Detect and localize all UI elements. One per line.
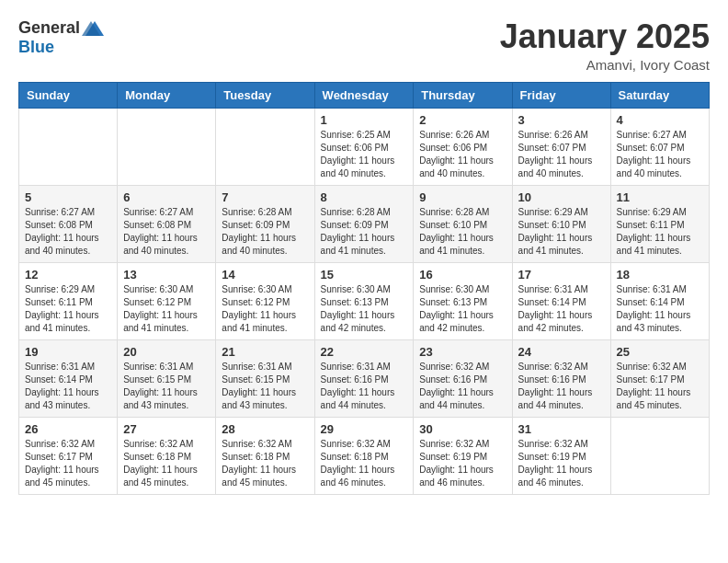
calendar-cell: 29Sunrise: 6:32 AM Sunset: 6:18 PM Dayli…	[314, 417, 414, 494]
calendar-cell	[216, 108, 314, 185]
calendar-cell	[118, 108, 216, 185]
calendar-cell: 13Sunrise: 6:30 AM Sunset: 6:12 PM Dayli…	[118, 262, 216, 339]
day-info: Sunrise: 6:25 AM Sunset: 6:06 PM Dayligh…	[321, 129, 408, 180]
calendar-header-row: SundayMondayTuesdayWednesdayThursdayFrid…	[19, 82, 710, 108]
calendar-week-row: 19Sunrise: 6:31 AM Sunset: 6:14 PM Dayli…	[19, 339, 710, 417]
calendar-table: SundayMondayTuesdayWednesdayThursdayFrid…	[18, 82, 710, 495]
day-number: 27	[123, 422, 210, 436]
calendar-cell: 27Sunrise: 6:32 AM Sunset: 6:18 PM Dayli…	[118, 417, 216, 494]
calendar-cell: 16Sunrise: 6:30 AM Sunset: 6:13 PM Dayli…	[414, 262, 512, 339]
day-number: 15	[321, 268, 408, 282]
day-info: Sunrise: 6:32 AM Sunset: 6:16 PM Dayligh…	[419, 361, 506, 412]
calendar-cell: 25Sunrise: 6:32 AM Sunset: 6:17 PM Dayli…	[610, 339, 709, 417]
title-section: January 2025 Amanvi, Ivory Coast	[500, 18, 710, 73]
calendar-cell: 3Sunrise: 6:26 AM Sunset: 6:07 PM Daylig…	[512, 108, 610, 185]
calendar-week-row: 1Sunrise: 6:25 AM Sunset: 6:06 PM Daylig…	[19, 108, 710, 185]
day-number: 10	[518, 190, 605, 204]
calendar-cell: 8Sunrise: 6:28 AM Sunset: 6:09 PM Daylig…	[314, 185, 414, 262]
day-info: Sunrise: 6:27 AM Sunset: 6:08 PM Dayligh…	[25, 206, 111, 258]
day-number: 9	[419, 190, 506, 204]
day-number: 19	[25, 345, 111, 359]
day-info: Sunrise: 6:28 AM Sunset: 6:09 PM Dayligh…	[222, 206, 308, 258]
calendar-week-row: 12Sunrise: 6:29 AM Sunset: 6:11 PM Dayli…	[19, 262, 710, 339]
calendar-cell	[19, 108, 118, 185]
calendar-cell: 15Sunrise: 6:30 AM Sunset: 6:13 PM Dayli…	[314, 262, 414, 339]
day-info: Sunrise: 6:32 AM Sunset: 6:19 PM Dayligh…	[518, 438, 605, 489]
calendar-week-row: 5Sunrise: 6:27 AM Sunset: 6:08 PM Daylig…	[19, 185, 710, 262]
weekday-header-friday: Friday	[512, 82, 610, 108]
calendar-cell: 28Sunrise: 6:32 AM Sunset: 6:18 PM Dayli…	[216, 417, 314, 494]
day-info: Sunrise: 6:28 AM Sunset: 6:09 PM Dayligh…	[321, 206, 408, 258]
day-info: Sunrise: 6:26 AM Sunset: 6:06 PM Dayligh…	[419, 129, 506, 180]
day-number: 20	[123, 345, 210, 359]
calendar-cell: 2Sunrise: 6:26 AM Sunset: 6:06 PM Daylig…	[414, 108, 512, 185]
page-header: General Blue January 2025 Amanvi, Ivory …	[18, 18, 710, 73]
day-info: Sunrise: 6:32 AM Sunset: 6:18 PM Dayligh…	[123, 438, 210, 489]
day-number: 3	[518, 113, 605, 127]
calendar-cell: 23Sunrise: 6:32 AM Sunset: 6:16 PM Dayli…	[414, 339, 512, 417]
calendar-cell: 30Sunrise: 6:32 AM Sunset: 6:19 PM Dayli…	[414, 417, 512, 494]
calendar-cell: 18Sunrise: 6:31 AM Sunset: 6:14 PM Dayli…	[610, 262, 709, 339]
calendar-cell: 10Sunrise: 6:29 AM Sunset: 6:10 PM Dayli…	[512, 185, 610, 262]
day-info: Sunrise: 6:32 AM Sunset: 6:18 PM Dayligh…	[321, 438, 408, 489]
calendar-cell: 7Sunrise: 6:28 AM Sunset: 6:09 PM Daylig…	[216, 185, 314, 262]
calendar-cell: 22Sunrise: 6:31 AM Sunset: 6:16 PM Dayli…	[314, 339, 414, 417]
day-number: 6	[123, 190, 210, 204]
day-number: 28	[222, 422, 308, 436]
day-info: Sunrise: 6:31 AM Sunset: 6:15 PM Dayligh…	[123, 361, 210, 412]
day-number: 16	[419, 268, 506, 282]
calendar-cell: 6Sunrise: 6:27 AM Sunset: 6:08 PM Daylig…	[118, 185, 216, 262]
calendar-cell: 5Sunrise: 6:27 AM Sunset: 6:08 PM Daylig…	[19, 185, 118, 262]
day-number: 14	[222, 268, 308, 282]
day-number: 22	[321, 345, 408, 359]
calendar-cell	[610, 417, 709, 494]
day-info: Sunrise: 6:31 AM Sunset: 6:14 PM Dayligh…	[25, 361, 111, 412]
logo-general-text: General	[18, 18, 80, 38]
calendar-week-row: 26Sunrise: 6:32 AM Sunset: 6:17 PM Dayli…	[19, 417, 710, 494]
day-number: 2	[419, 113, 506, 127]
day-info: Sunrise: 6:29 AM Sunset: 6:11 PM Dayligh…	[617, 206, 703, 258]
location-subtitle: Amanvi, Ivory Coast	[500, 57, 710, 73]
day-info: Sunrise: 6:32 AM Sunset: 6:17 PM Dayligh…	[617, 361, 703, 412]
calendar-cell: 19Sunrise: 6:31 AM Sunset: 6:14 PM Dayli…	[19, 339, 118, 417]
day-info: Sunrise: 6:31 AM Sunset: 6:14 PM Dayligh…	[617, 283, 703, 335]
calendar-cell: 9Sunrise: 6:28 AM Sunset: 6:10 PM Daylig…	[414, 185, 512, 262]
calendar-cell: 20Sunrise: 6:31 AM Sunset: 6:15 PM Dayli…	[118, 339, 216, 417]
day-info: Sunrise: 6:31 AM Sunset: 6:14 PM Dayligh…	[518, 283, 605, 335]
day-number: 26	[25, 422, 111, 436]
month-year-title: January 2025	[500, 18, 710, 55]
day-info: Sunrise: 6:32 AM Sunset: 6:17 PM Dayligh…	[25, 438, 111, 489]
day-number: 17	[518, 268, 605, 282]
day-number: 12	[25, 268, 111, 282]
day-info: Sunrise: 6:29 AM Sunset: 6:11 PM Dayligh…	[25, 283, 111, 335]
calendar-cell: 1Sunrise: 6:25 AM Sunset: 6:06 PM Daylig…	[314, 108, 414, 185]
day-number: 8	[321, 190, 408, 204]
day-number: 7	[222, 190, 308, 204]
logo-blue-text: Blue	[18, 38, 54, 57]
weekday-header-saturday: Saturday	[610, 82, 709, 108]
calendar-cell: 11Sunrise: 6:29 AM Sunset: 6:11 PM Dayli…	[610, 185, 709, 262]
logo-icon	[82, 19, 104, 38]
day-number: 21	[222, 345, 308, 359]
day-number: 1	[321, 113, 408, 127]
day-info: Sunrise: 6:29 AM Sunset: 6:10 PM Dayligh…	[518, 206, 605, 258]
day-info: Sunrise: 6:27 AM Sunset: 6:08 PM Dayligh…	[123, 206, 210, 258]
day-info: Sunrise: 6:28 AM Sunset: 6:10 PM Dayligh…	[419, 206, 506, 258]
day-info: Sunrise: 6:30 AM Sunset: 6:12 PM Dayligh…	[123, 283, 210, 335]
day-info: Sunrise: 6:30 AM Sunset: 6:12 PM Dayligh…	[222, 283, 308, 335]
day-number: 11	[617, 190, 703, 204]
day-number: 5	[25, 190, 111, 204]
day-number: 24	[518, 345, 605, 359]
weekday-header-sunday: Sunday	[19, 82, 118, 108]
calendar-cell: 21Sunrise: 6:31 AM Sunset: 6:15 PM Dayli…	[216, 339, 314, 417]
day-number: 30	[419, 422, 506, 436]
day-info: Sunrise: 6:30 AM Sunset: 6:13 PM Dayligh…	[419, 283, 506, 335]
day-info: Sunrise: 6:26 AM Sunset: 6:07 PM Dayligh…	[518, 129, 605, 180]
calendar-cell: 12Sunrise: 6:29 AM Sunset: 6:11 PM Dayli…	[19, 262, 118, 339]
calendar-cell: 4Sunrise: 6:27 AM Sunset: 6:07 PM Daylig…	[610, 108, 709, 185]
weekday-header-monday: Monday	[118, 82, 216, 108]
logo: General Blue	[18, 18, 104, 57]
day-info: Sunrise: 6:32 AM Sunset: 6:16 PM Dayligh…	[518, 361, 605, 412]
weekday-header-wednesday: Wednesday	[314, 82, 414, 108]
weekday-header-thursday: Thursday	[414, 82, 512, 108]
